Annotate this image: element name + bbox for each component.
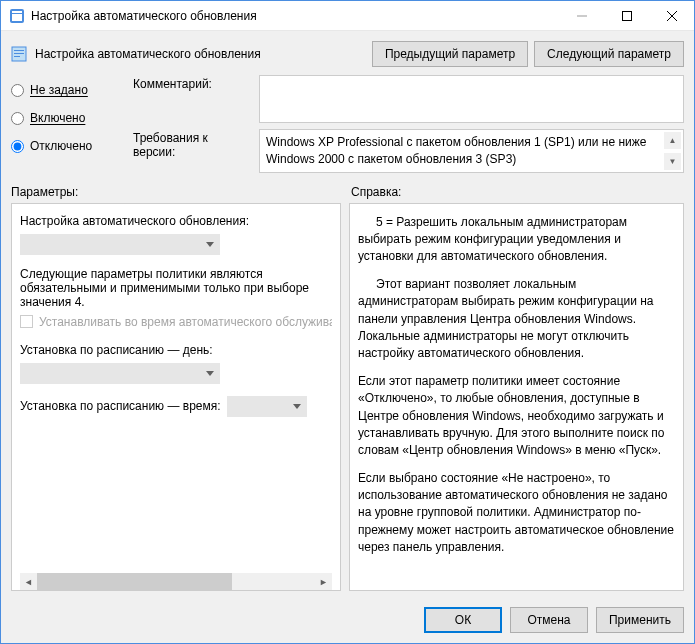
params-section-label: Параметры:	[11, 185, 351, 199]
window-title: Настройка автоматического обновления	[31, 9, 559, 23]
params-horizontal-scrollbar[interactable]: ◄ ►	[20, 573, 332, 590]
schedule-day-dropdown[interactable]	[20, 363, 220, 384]
state-radio-group: Не задано Включено Отключено	[11, 75, 121, 173]
fields-panel: Комментарий: Требования к версии: Window…	[133, 75, 684, 173]
svg-rect-9	[14, 53, 24, 54]
close-button[interactable]	[649, 1, 694, 30]
app-icon	[9, 8, 25, 24]
params-policy-text: Следующие параметры политики являются об…	[20, 267, 332, 309]
schedule-time-label: Установка по расписанию — время:	[20, 399, 221, 413]
update-mode-dropdown[interactable]	[20, 234, 220, 255]
svg-rect-4	[622, 11, 631, 20]
help-section-label: Справка:	[351, 185, 401, 199]
schedule-time-dropdown[interactable]	[227, 396, 307, 417]
scrollbar-thumb[interactable]	[37, 573, 232, 590]
previous-setting-button[interactable]: Предыдущий параметр	[372, 41, 528, 67]
radio-not-configured[interactable]	[11, 84, 24, 97]
dialog-window: Настройка автоматического обновления Нас…	[0, 0, 695, 644]
ok-button[interactable]: ОК	[424, 607, 502, 633]
help-p2: Этот вариант позволяет локальным админис…	[358, 276, 675, 363]
maintenance-checkbox[interactable]	[20, 315, 33, 328]
help-panel: 5 = Разрешить локальным администраторам …	[349, 203, 684, 591]
svg-rect-10	[14, 56, 20, 57]
radio-disabled[interactable]	[11, 140, 24, 153]
policy-icon	[11, 46, 27, 62]
schedule-day-label: Установка по расписанию — день:	[20, 343, 332, 357]
footer: ОК Отмена Применить	[1, 599, 694, 643]
apply-button[interactable]: Применить	[596, 607, 684, 633]
minimize-button[interactable]	[559, 1, 604, 30]
comment-textarea[interactable]	[259, 75, 684, 123]
policy-title: Настройка автоматического обновления	[35, 47, 364, 61]
radio-enabled-label[interactable]: Включено	[30, 111, 85, 125]
scroll-left-icon[interactable]: ◄	[20, 573, 37, 590]
maximize-button[interactable]	[604, 1, 649, 30]
parameters-panel: Настройка автоматического обновления: Сл…	[11, 203, 341, 591]
svg-rect-8	[14, 50, 24, 51]
header-row: Настройка автоматического обновления Пре…	[1, 31, 694, 75]
help-p1: 5 = Разрешить локальным администраторам …	[358, 214, 675, 266]
scroll-up-icon[interactable]: ▲	[664, 132, 681, 149]
section-labels: Параметры: Справка:	[1, 183, 694, 203]
requirements-label: Требования к версии:	[133, 129, 253, 173]
help-p3: Если этот параметр политики имеет состоя…	[358, 373, 675, 460]
next-setting-button[interactable]: Следующий параметр	[534, 41, 684, 67]
svg-rect-1	[12, 11, 22, 13]
requirements-box: Windows XP Professional с пакетом обновл…	[259, 129, 684, 173]
lower-panel: Настройка автоматического обновления: Сл…	[1, 203, 694, 599]
scroll-right-icon[interactable]: ►	[315, 573, 332, 590]
radio-not-configured-label[interactable]: Не задано	[30, 83, 88, 97]
cancel-button[interactable]: Отмена	[510, 607, 588, 633]
maintenance-checkbox-row: Устанавливать во время автоматического о…	[20, 315, 332, 329]
requirements-line2: Windows 2000 с пакетом обновления 3 (SP3…	[266, 151, 677, 168]
titlebar: Настройка автоматического обновления	[1, 1, 694, 31]
radio-disabled-label[interactable]: Отключено	[30, 139, 92, 153]
scroll-down-icon[interactable]: ▼	[664, 153, 681, 170]
params-title: Настройка автоматического обновления:	[20, 214, 332, 228]
svg-rect-2	[12, 14, 22, 21]
help-p4: Если выбрано состояние «Не настроено», т…	[358, 470, 675, 557]
requirements-line1: Windows XP Professional с пакетом обновл…	[266, 134, 677, 151]
maintenance-checkbox-label: Устанавливать во время автоматического о…	[39, 315, 332, 329]
comment-label: Комментарий:	[133, 75, 253, 123]
content-area: Настройка автоматического обновления Пре…	[1, 31, 694, 643]
radio-enabled[interactable]	[11, 112, 24, 125]
upper-panel: Не задано Включено Отключено Комментарий…	[1, 75, 694, 183]
